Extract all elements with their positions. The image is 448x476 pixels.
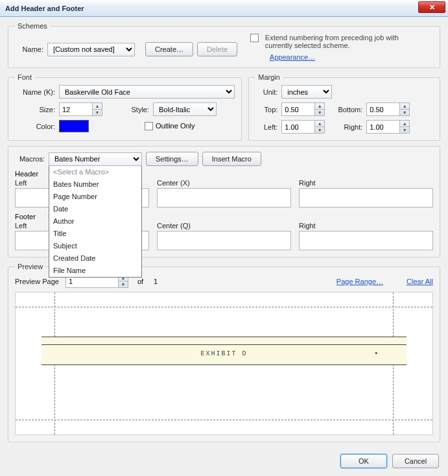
ok-button[interactable]: OK [340, 454, 387, 468]
appearance-link[interactable]: Appearance… [270, 53, 315, 61]
macro-option[interactable]: Subject [49, 240, 141, 252]
footer-right-label: Right [299, 222, 433, 230]
margin-unit-select[interactable]: inches [281, 85, 332, 99]
font-group: Font Name (K): Baskerville Old Face Size… [8, 73, 242, 141]
hf-group: Macros: Bates Number <Select a Macro> Ba… [8, 146, 440, 257]
macro-option[interactable]: <Select a Macro> [49, 166, 141, 178]
preview-page-label: Preview Page [15, 278, 59, 285]
margin-left-spin[interactable]: ▲▼ [281, 120, 325, 134]
schemes-group: Schemes Name: [Custom not saved] Create…… [8, 22, 440, 68]
macros-select[interactable]: Bates Number [49, 152, 142, 166]
scheme-name-label: Name: [15, 45, 43, 53]
margin-top-label: Top: [255, 106, 277, 113]
close-icon: ✕ [429, 3, 435, 12]
preview-total-pages: 1 [154, 278, 158, 285]
margin-left-label: Left: [255, 123, 277, 131]
margin-left-input[interactable] [282, 121, 314, 133]
header-center-label: Center (X) [157, 179, 291, 187]
page-range-link[interactable]: Page Range… [336, 278, 383, 285]
font-style-label: Style: [118, 106, 149, 113]
close-button[interactable]: ✕ [418, 1, 445, 13]
outline-checkbox[interactable] [145, 122, 153, 130]
font-style-select[interactable]: Bold-Italic [153, 102, 217, 116]
titlebar: Add Header and Footer ✕ [0, 0, 448, 17]
margin-bottom-input[interactable] [367, 103, 399, 115]
header-right-label: Right [299, 179, 433, 187]
clear-all-link[interactable]: Clear All [407, 278, 433, 285]
macro-option[interactable]: Date [49, 203, 141, 215]
font-legend: Font [15, 73, 34, 81]
margin-group: Margin Unit: inches Top: ▲▼ Bottom: ▲▼ L… [248, 73, 440, 141]
outline-checkbox-label: Outline Only [156, 122, 195, 130]
create-button[interactable]: Create… [145, 42, 193, 56]
preview-legend: Preview [15, 263, 45, 270]
macros-label: Macros: [15, 155, 45, 163]
scheme-name-select[interactable]: [Custom not saved] [47, 43, 135, 56]
footer-center-label: Center (Q) [157, 222, 291, 230]
macro-option[interactable]: Page Number [49, 191, 141, 203]
margin-top-input[interactable] [282, 103, 314, 115]
font-size-spin[interactable]: ▲▼ [59, 102, 102, 116]
margin-right-spin[interactable]: ▲▼ [366, 120, 410, 134]
preview-doc-text: EXHIBIT D [41, 350, 407, 357]
margin-top-spin[interactable]: ▲▼ [281, 102, 325, 116]
extend-checkbox[interactable] [250, 34, 259, 42]
macro-settings-button[interactable]: Settings… [146, 152, 198, 166]
margin-right-label: Right: [329, 123, 362, 131]
spin-down-icon[interactable]: ▼ [93, 110, 102, 115]
footer-right-input[interactable] [299, 231, 433, 250]
macro-option[interactable]: Title [49, 228, 141, 240]
font-color-swatch[interactable] [59, 120, 89, 132]
macros-dropdown-list: <Select a Macro> Bates Number Page Numbe… [49, 166, 142, 278]
window-title: Add Header and Footer [5, 5, 84, 12]
delete-button[interactable]: Delete [197, 42, 237, 56]
insert-macro-button[interactable]: Insert Macro [202, 152, 261, 166]
margin-bottom-label: Bottom: [329, 106, 362, 113]
font-size-input[interactable] [60, 103, 92, 115]
preview-of-label: of [137, 278, 143, 285]
cancel-button[interactable]: Cancel [392, 454, 439, 468]
preview-group: Preview Preview Page ▲▼ of 1 Page Range…… [8, 263, 440, 442]
macro-option[interactable]: Bates Number [49, 178, 141, 191]
extend-checkbox-label: Extend numbering from preceding job with… [265, 34, 414, 49]
spin-up-icon[interactable]: ▲ [93, 103, 102, 110]
margin-bottom-spin[interactable]: ▲▼ [366, 102, 410, 116]
font-color-label: Color: [15, 123, 55, 130]
font-name-select[interactable]: Baskerville Old Face [59, 85, 235, 99]
preview-noise-icon: • [375, 350, 377, 357]
schemes-legend: Schemes [15, 22, 50, 30]
header-right-input[interactable] [299, 188, 433, 208]
font-name-label: Name (K): [15, 88, 55, 96]
macro-option[interactable]: Author [49, 215, 141, 228]
margin-unit-label: Unit: [255, 88, 277, 96]
footer-center-input[interactable] [157, 231, 291, 250]
margin-right-input[interactable] [367, 121, 399, 133]
macro-option[interactable]: File Name [49, 265, 141, 277]
header-center-input[interactable] [157, 188, 291, 208]
font-size-label: Size: [15, 106, 55, 113]
preview-canvas: EXHIBIT D • [15, 292, 433, 435]
margin-legend: Margin [255, 73, 283, 81]
macro-option[interactable]: Created Date [49, 252, 141, 265]
